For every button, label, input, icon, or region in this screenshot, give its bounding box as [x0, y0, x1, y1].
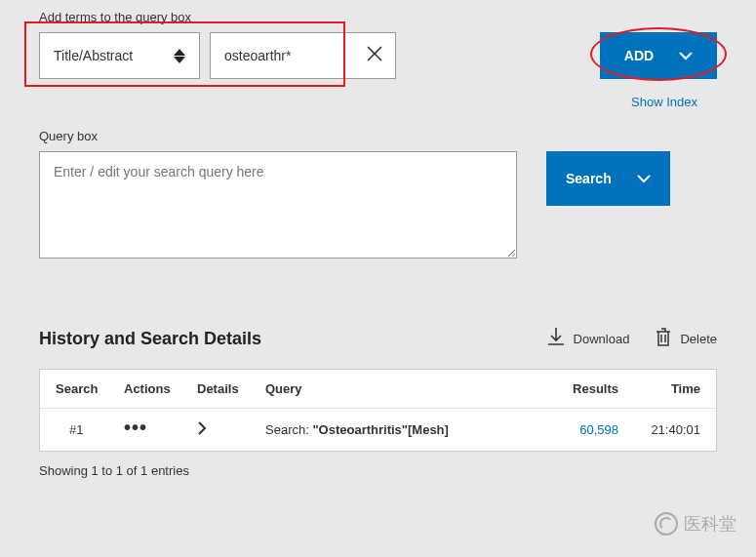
col-time-header: Time	[632, 381, 700, 396]
more-actions-icon[interactable]: •••	[124, 417, 147, 438]
chevron-down-icon	[679, 48, 693, 63]
trash-icon	[655, 327, 672, 351]
chevron-down-icon	[637, 171, 651, 186]
term-input-wrap	[210, 32, 396, 79]
svg-marker-0	[174, 49, 185, 56]
expand-details-icon[interactable]	[197, 424, 207, 439]
row-query-bold: "Osteoarthritis"[Mesh]	[312, 422, 448, 437]
row-search: #1	[56, 422, 124, 437]
add-terms-row: Title/Abstract ADD	[39, 32, 717, 79]
watermark: 医科堂	[655, 512, 736, 536]
add-terms-label: Add terms to the query box	[39, 10, 717, 24]
row-time: 21:40:01	[632, 422, 700, 437]
search-button-label: Search	[566, 171, 612, 186]
table-header: Search Actions Details Query Results Tim…	[40, 370, 716, 409]
showing-entries: Showing 1 to 1 of 1 entries	[39, 463, 717, 478]
download-button[interactable]: Download	[546, 327, 630, 351]
col-actions-header: Actions	[124, 381, 197, 396]
add-button-label: ADD	[624, 48, 654, 63]
query-textarea[interactable]	[39, 151, 517, 259]
search-button[interactable]: Search	[546, 151, 670, 206]
watermark-text: 医科堂	[684, 512, 736, 536]
history-title: History and Search Details	[39, 329, 261, 349]
field-select-value: Title/Abstract	[54, 48, 133, 63]
row-results-link[interactable]: 60,598	[579, 422, 618, 437]
add-button[interactable]: ADD	[600, 32, 717, 79]
history-section: History and Search Details Download Dele…	[39, 327, 717, 478]
watermark-logo-icon	[655, 512, 678, 536]
svg-marker-1	[174, 57, 185, 63]
delete-label: Delete	[680, 332, 717, 346]
col-details-header: Details	[197, 381, 265, 396]
col-query-header: Query	[265, 381, 550, 396]
download-icon	[546, 327, 566, 351]
row-query-prefix: Search:	[265, 422, 312, 437]
history-table: Search Actions Details Query Results Tim…	[39, 369, 717, 452]
table-row: #1 ••• Search: "Osteoarthritis"[Mesh] 60…	[40, 409, 716, 451]
query-box-label: Query box	[39, 129, 717, 143]
query-section: Query box Search	[39, 129, 717, 259]
clear-icon[interactable]	[366, 45, 383, 66]
delete-button[interactable]: Delete	[655, 327, 717, 351]
download-label: Download	[574, 332, 630, 346]
show-index-link[interactable]: Show Index	[39, 95, 697, 109]
row-query: Search: "Osteoarthritis"[Mesh]	[265, 422, 550, 437]
col-results-header: Results	[550, 381, 618, 396]
field-select[interactable]: Title/Abstract	[39, 32, 200, 79]
col-search-header: Search	[56, 381, 124, 396]
sort-icon	[174, 49, 185, 63]
